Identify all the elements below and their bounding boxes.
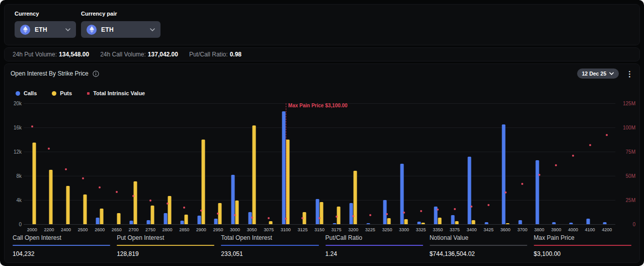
puts-bar[interactable] bbox=[235, 201, 238, 224]
puts-bar[interactable] bbox=[387, 218, 391, 224]
legend-item-calls[interactable]: Calls bbox=[16, 90, 37, 96]
intrinsic-value-dot[interactable] bbox=[403, 212, 405, 214]
intrinsic-value-dot[interactable] bbox=[318, 217, 320, 219]
expiry-date-select[interactable]: 12 Dec 25 bbox=[577, 69, 619, 79]
puts-bar[interactable] bbox=[252, 125, 256, 224]
calls-bar[interactable] bbox=[417, 222, 421, 224]
calls-bar[interactable] bbox=[400, 164, 404, 224]
calls-bar[interactable] bbox=[315, 199, 319, 224]
intrinsic-value-dot[interactable] bbox=[555, 164, 557, 166]
puts-bar[interactable] bbox=[100, 209, 104, 224]
intrinsic-value-dot[interactable] bbox=[420, 210, 422, 212]
x-axis-tick: 4100 bbox=[582, 227, 599, 232]
x-axis-tick: 2500 bbox=[74, 227, 92, 232]
legend-item-puts[interactable]: Puts bbox=[52, 90, 72, 96]
strike-group-3425: 3425 bbox=[480, 103, 497, 224]
calls-bar[interactable] bbox=[603, 222, 607, 224]
puts-bar[interactable] bbox=[117, 213, 120, 224]
puts-bar[interactable] bbox=[319, 202, 323, 224]
intrinsic-value-dot[interactable] bbox=[606, 134, 608, 136]
calls-bar[interactable] bbox=[96, 218, 100, 224]
puts-bar[interactable] bbox=[421, 223, 425, 224]
strike-group-3225: 3225 bbox=[362, 103, 379, 224]
puts-bar[interactable] bbox=[185, 215, 188, 224]
calls-bar[interactable] bbox=[451, 215, 454, 224]
puts-bar[interactable] bbox=[66, 186, 69, 224]
x-axis-tick: 2000 bbox=[24, 227, 41, 232]
intrinsic-value-dot[interactable] bbox=[268, 217, 270, 219]
intrinsic-value-dot[interactable] bbox=[149, 200, 151, 202]
calls-bar[interactable] bbox=[231, 175, 234, 224]
calls-bar[interactable] bbox=[146, 220, 150, 224]
puts-bar[interactable] bbox=[455, 221, 458, 224]
eth-coin-icon bbox=[20, 25, 30, 35]
intrinsic-value-dot[interactable] bbox=[82, 177, 84, 179]
intrinsic-value-dot[interactable] bbox=[538, 174, 540, 176]
calls-bar[interactable] bbox=[197, 216, 201, 224]
puts-bar[interactable] bbox=[201, 140, 205, 224]
calls-bar[interactable] bbox=[569, 223, 573, 224]
legend-label: Calls bbox=[24, 90, 37, 96]
x-axis-tick: 3125 bbox=[294, 227, 311, 232]
puts-bar[interactable] bbox=[134, 181, 137, 224]
right-axis-tick: 25M bbox=[617, 197, 635, 203]
puts-bar[interactable] bbox=[32, 143, 36, 224]
intrinsic-value-dot[interactable] bbox=[48, 148, 50, 150]
calls-bar[interactable] bbox=[181, 221, 184, 224]
puts-bar[interactable] bbox=[506, 223, 509, 224]
footer-stat-notional-value: Notional Value$744,136,504.02 bbox=[430, 234, 527, 257]
calls-bar[interactable] bbox=[383, 200, 387, 224]
strike-group-3250: 3250 bbox=[379, 103, 396, 224]
calls-bar[interactable] bbox=[164, 213, 167, 224]
calls-bar[interactable] bbox=[366, 223, 370, 224]
puts-bar[interactable] bbox=[286, 140, 289, 224]
calls-bar[interactable] bbox=[130, 221, 133, 224]
footer-stat-underline bbox=[326, 245, 423, 246]
calls-bar[interactable] bbox=[535, 160, 539, 224]
x-axis-tick: 2200 bbox=[41, 227, 58, 232]
info-icon[interactable] bbox=[93, 71, 99, 77]
legend-item-total-intrinsic-value[interactable]: Total Intrinsic Value bbox=[87, 90, 145, 96]
calls-bar[interactable] bbox=[468, 157, 471, 224]
calls-bar[interactable] bbox=[350, 203, 353, 224]
intrinsic-value-dot[interactable] bbox=[65, 168, 67, 170]
calls-bar[interactable] bbox=[333, 223, 336, 224]
intrinsic-value-dot[interactable] bbox=[116, 191, 118, 193]
calls-bar[interactable] bbox=[552, 222, 556, 224]
puts-bar[interactable] bbox=[168, 196, 171, 224]
puts-bar[interactable] bbox=[150, 206, 154, 224]
puts-bar[interactable] bbox=[269, 221, 273, 224]
intrinsic-value-dot[interactable] bbox=[183, 207, 185, 209]
intrinsic-value-dot[interactable] bbox=[336, 216, 338, 218]
intrinsic-value-dot[interactable] bbox=[505, 191, 507, 193]
calls-bar[interactable] bbox=[214, 219, 218, 224]
x-axis-tick: 3225 bbox=[362, 227, 379, 232]
put-volume-value: 134,548.00 bbox=[59, 51, 89, 58]
intrinsic-value-dot[interactable] bbox=[31, 125, 33, 127]
currency-pair-select[interactable]: ETH bbox=[81, 21, 160, 38]
intrinsic-value-dot[interactable] bbox=[521, 183, 523, 185]
calls-bar[interactable] bbox=[282, 111, 285, 224]
chart-legend: CallsPutsTotal Intrinsic Value bbox=[16, 90, 145, 96]
puts-bar[interactable] bbox=[472, 220, 475, 224]
intrinsic-value-dot[interactable] bbox=[167, 203, 169, 205]
calls-bar[interactable] bbox=[586, 219, 590, 224]
puts-bar[interactable] bbox=[49, 170, 53, 224]
intrinsic-value-dot[interactable] bbox=[369, 214, 371, 216]
kebab-menu-icon[interactable]: ⋮ bbox=[625, 70, 634, 78]
intrinsic-value-dot[interactable] bbox=[234, 214, 236, 216]
puts-bar[interactable] bbox=[404, 219, 408, 224]
calls-bar[interactable] bbox=[485, 222, 488, 224]
intrinsic-value-dot[interactable] bbox=[589, 144, 591, 146]
intrinsic-value-dot[interactable] bbox=[572, 155, 574, 157]
puts-bar[interactable] bbox=[438, 218, 442, 224]
currency-select[interactable]: ETH bbox=[15, 21, 76, 38]
intrinsic-value-dot[interactable] bbox=[488, 204, 490, 206]
intrinsic-value-dot[interactable] bbox=[251, 217, 253, 219]
calls-bar[interactable] bbox=[519, 220, 522, 224]
intrinsic-value-dot[interactable] bbox=[99, 186, 101, 188]
puts-bar[interactable] bbox=[83, 194, 87, 224]
calls-bar[interactable] bbox=[502, 124, 505, 224]
intrinsic-value-dot[interactable] bbox=[454, 208, 456, 210]
intrinsic-value-dot[interactable] bbox=[200, 210, 202, 212]
